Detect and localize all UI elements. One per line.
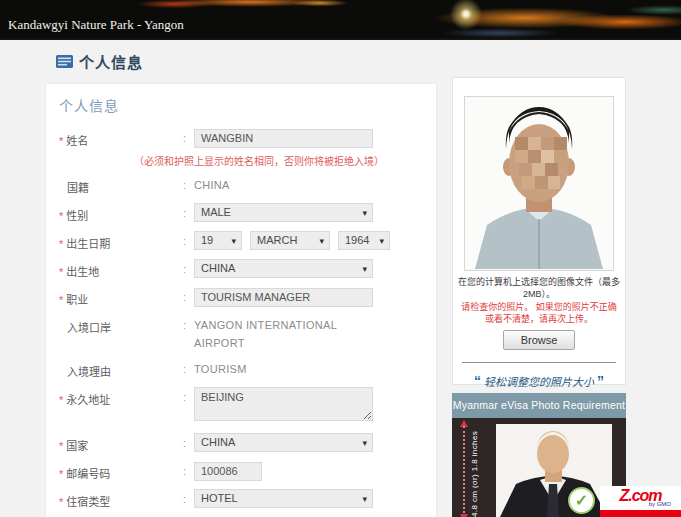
measure-line [463, 426, 465, 517]
colon: : [183, 387, 194, 403]
name-field-row: *姓名 : [59, 128, 423, 148]
divider [462, 362, 616, 363]
personal-info-card: 个人信息 *姓名 : （必须和护照上显示的姓名相同，否则你将被拒绝入境） 国籍 … [45, 83, 437, 517]
required-asterisk: * [59, 135, 63, 147]
gender-field-row: *性别 : MALE [59, 203, 423, 223]
dob-day-select[interactable]: 19 [194, 231, 242, 250]
select-value: HOTEL [201, 492, 238, 504]
field-label: 出生日期 [66, 238, 110, 250]
personal-info-icon [56, 55, 73, 68]
required-asterisk: * [59, 440, 63, 452]
photo-warning: 请检查你的照片。 如果您的照片不正确或看不清楚，请再次上传。 [453, 301, 625, 325]
select-value: MARCH [257, 234, 297, 246]
quote-close-icon: ” [597, 373, 604, 389]
postal-code-field-row: *邮编号码 : [59, 461, 423, 481]
required-asterisk: * [59, 496, 63, 508]
required-asterisk: * [59, 468, 63, 480]
field-label: 出生地 [66, 266, 99, 278]
birthplace-select[interactable]: CHINA [194, 259, 373, 278]
name-note: （必须和护照上显示的姓名相同，否则你将被拒绝入境） [134, 153, 423, 168]
colon: : [183, 461, 194, 477]
nationality-value: CHINA [194, 175, 230, 191]
field-label: 住宿类型 [66, 496, 110, 508]
required-asterisk: * [59, 394, 63, 406]
required-asterisk: * [59, 210, 63, 222]
country-field-row: *国家 : CHINA [59, 433, 423, 453]
dob-year-select[interactable]: 1964 [338, 231, 390, 250]
entry-reason-value: TOURISM [194, 359, 247, 375]
section-title: 个人信息 [59, 95, 423, 115]
colon: : [183, 231, 194, 247]
occupation-field-row: *职业 : [59, 287, 423, 307]
field-label: 入境口岸 [59, 315, 183, 335]
required-asterisk: * [59, 294, 63, 306]
field-label: 入境理由 [59, 359, 183, 379]
photo-hint: 在您的计算机上选择您的图像文件（最多2MB）。 [453, 276, 625, 300]
select-value: CHINA [201, 262, 235, 274]
banner-title: Kandawgyi Nature Park - Yangon [8, 17, 184, 33]
entry-port-value: YANGON INTERNATIONAL AIRPORT [194, 315, 337, 349]
field-label: 职业 [66, 294, 88, 306]
required-asterisk: * [59, 266, 63, 278]
photo-upload-card: 在您的计算机上选择您的图像文件（最多2MB）。 请检查你的照片。 如果您的照片不… [452, 77, 626, 385]
banner-image: Kandawgyi Nature Park - Yangon [0, 0, 681, 40]
photo-quote: “ 轻松调整您的照片大小 ” [453, 373, 625, 389]
colon: : [183, 175, 194, 191]
colon: : [183, 287, 194, 303]
country-select[interactable]: CHINA [194, 433, 373, 452]
colon: : [183, 203, 194, 219]
browse-button[interactable]: Browse [503, 330, 576, 350]
page-title: 个人信息 [79, 51, 143, 72]
name-input[interactable] [194, 129, 373, 148]
postal-code-input[interactable] [194, 462, 262, 481]
permanent-address-textarea[interactable]: BEIJING [194, 387, 373, 421]
colon: : [183, 359, 194, 375]
check-icon: ✓ [568, 487, 595, 514]
select-value: MALE [201, 206, 231, 218]
occupation-input[interactable] [194, 288, 373, 307]
select-value: CHINA [201, 436, 235, 448]
measure-label: 4.8 cm (or) 1.8 inches [470, 418, 479, 517]
colon: : [183, 489, 194, 505]
field-label: 姓名 [66, 135, 88, 147]
entry-port-field-row: 入境口岸 : YANGON INTERNATIONAL AIRPORT [59, 315, 423, 351]
page-title-row: 个人信息 [56, 51, 143, 72]
colon: : [183, 128, 194, 144]
permanent-address-field-row: *永久地址 : BEIJING [59, 387, 423, 425]
applicant-photo [464, 96, 614, 271]
colon: : [183, 433, 194, 449]
photo-requirement-header: Myanmar eVisa Photo Requirement [452, 393, 626, 418]
dob-month-select[interactable]: MARCH [250, 231, 330, 250]
field-label: 性别 [66, 210, 88, 222]
required-asterisk: * [59, 238, 63, 250]
page: Kandawgyi Nature Park - Yangon 个人信息 个人信息… [0, 0, 681, 517]
colon: : [183, 259, 194, 275]
accommodation-type-field-row: *住宿类型 : HOTEL [59, 489, 423, 509]
field-label: 国家 [66, 440, 88, 452]
select-value: 19 [201, 234, 213, 246]
nationality-field-row: 国籍 : CHINA [59, 175, 423, 195]
field-label: 国籍 [59, 175, 183, 195]
entry-reason-field-row: 入境理由 : TOURISM [59, 359, 423, 379]
field-label: 邮编号码 [66, 468, 110, 480]
dob-field-row: *出生日期 : 19 MARCH 1964 [59, 231, 423, 251]
quote-open-icon: “ [474, 373, 481, 389]
birthplace-field-row: *出生地 : CHINA [59, 259, 423, 279]
zcom-red-bar [600, 510, 681, 517]
field-label: 永久地址 [66, 394, 110, 406]
gender-select[interactable]: MALE [194, 203, 373, 222]
zcom-logo: Z.com by GMO [600, 486, 681, 517]
accommodation-type-select[interactable]: HOTEL [194, 489, 373, 508]
select-value: 1964 [345, 234, 369, 246]
colon: : [183, 315, 194, 331]
